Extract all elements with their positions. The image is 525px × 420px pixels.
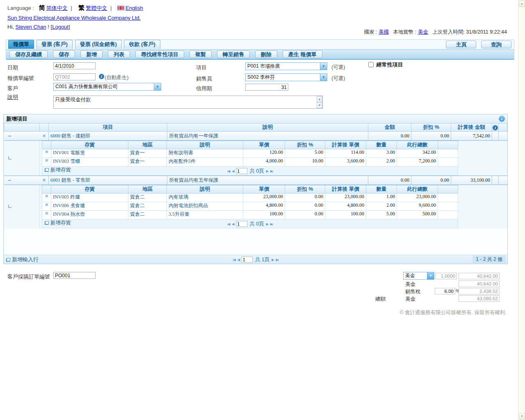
new-button[interactable]: 新增 xyxy=(80,50,103,58)
stock-price[interactable]: 120.00 xyxy=(243,149,285,158)
stock-price[interactable]: 4,000.00 xyxy=(243,158,285,167)
first-page-icon[interactable]: |◀ xyxy=(233,258,235,261)
first-page-icon[interactable]: |◀ xyxy=(227,222,230,226)
stock-desc[interactable]: 內附電池折扣商品 xyxy=(167,202,243,211)
delete-group-icon[interactable]: ✕ xyxy=(40,178,49,183)
page-input[interactable] xyxy=(242,256,253,262)
generate-quote-button[interactable]: 產生 報價單 xyxy=(283,50,322,58)
to-sales-button[interactable]: 轉至銷售 xyxy=(217,50,250,58)
user-link[interactable]: Steven Chan xyxy=(16,24,46,30)
description-link[interactable]: 說明 xyxy=(7,94,18,101)
next-page-icon[interactable]: ▶ xyxy=(266,222,268,226)
scroll-down-icon[interactable]: ▼ xyxy=(519,413,525,420)
stock-discount[interactable]: 0.00 xyxy=(285,202,325,211)
stock-discount[interactable]: 5.00 xyxy=(285,149,325,158)
lang-simplified-link[interactable]: 简体中文 xyxy=(46,5,68,11)
stock-code[interactable]: INV003 雪櫃 xyxy=(51,158,128,167)
save-continue-button[interactable]: 儲存及繼續 xyxy=(9,50,48,58)
stock-area[interactable]: 貨倉二 xyxy=(128,202,167,211)
chevron-down-icon[interactable]: ▼ xyxy=(427,272,434,279)
stock-discount[interactable]: 10.00 xyxy=(285,158,325,167)
lang-traditional-link[interactable]: 繁體中文 xyxy=(86,5,107,11)
last-page-icon[interactable]: ▶| xyxy=(270,222,273,226)
page-input[interactable] xyxy=(236,168,247,174)
scroll-up-icon[interactable]: ▲ xyxy=(519,0,525,7)
customer-select[interactable]: C001 高力快餐集團有限公司 ▼ xyxy=(53,83,161,91)
page-input[interactable] xyxy=(236,221,247,227)
stock-price[interactable]: 100.00 xyxy=(243,211,285,219)
collapse-group-icon[interactable]: − xyxy=(4,133,11,139)
add-stock-link[interactable]: 新增存貨 xyxy=(42,167,71,173)
tab-receipt-customer[interactable]: 收款 (客戶) xyxy=(124,40,160,49)
tab-quotation[interactable]: 報價單 xyxy=(8,40,34,49)
stock-code[interactable]: INV001 電飯煲 xyxy=(51,149,128,158)
stock-desc[interactable]: 內有配件5件 xyxy=(167,158,243,167)
recurring-checkbox[interactable] xyxy=(368,62,374,67)
stock-desc[interactable]: 附有說明書 xyxy=(167,149,243,158)
po-input[interactable] xyxy=(53,272,96,279)
group-desc[interactable]: 所有貨品均有五年保護 xyxy=(167,176,368,185)
last-page-icon[interactable]: ▶| xyxy=(276,258,278,261)
stock-code[interactable]: INV005 炸爐 xyxy=(51,194,128,202)
delete-stock-icon[interactable]: ✕ xyxy=(42,202,51,208)
company-link[interactable]: Sun Shing Electrical Appliance Wholesale… xyxy=(7,15,141,21)
prev-page-icon[interactable]: ◀ xyxy=(232,169,234,173)
tab-invoice-customer[interactable]: 發票 (客戶) xyxy=(37,40,73,49)
lang-english-link[interactable]: English xyxy=(126,5,143,11)
group-desc[interactable]: 所有貨品均有一年保護 xyxy=(167,132,368,141)
stock-qty[interactable]: 2.00 xyxy=(366,158,397,167)
query-button[interactable]: 查詢 xyxy=(481,41,511,48)
collapse-panel-icon[interactable]: ▲ xyxy=(499,116,505,122)
prev-page-icon[interactable]: ◀ xyxy=(232,222,234,226)
last-page-icon[interactable]: ▶| xyxy=(270,169,273,173)
delete-group-icon[interactable]: ✕ xyxy=(40,133,49,139)
delete-stock-icon[interactable]: ✕ xyxy=(42,194,51,199)
group-item[interactable]: 6000 銷售 - 速銷部 xyxy=(49,132,167,141)
add-entry-row-link[interactable]: 新增輸入行 xyxy=(4,256,39,263)
home-button[interactable]: 主頁 xyxy=(446,41,476,48)
stock-price[interactable]: 4,800.00 xyxy=(243,202,285,211)
stock-price[interactable]: 23,000.00 xyxy=(243,194,285,202)
sales-tax-rate-input[interactable] xyxy=(435,288,455,294)
stock-discount[interactable]: 0.00 xyxy=(285,194,325,202)
save-button[interactable]: 儲存 xyxy=(53,50,75,58)
stock-area[interactable]: 貨倉一 xyxy=(128,149,167,158)
credit-input[interactable] xyxy=(245,84,288,91)
delete-stock-icon[interactable]: ✕ xyxy=(42,211,51,216)
find-recurring-button[interactable]: 尋找經常性項目 xyxy=(135,50,184,58)
list-button[interactable]: 列表 xyxy=(108,50,130,58)
local-currency-link[interactable]: 美金 xyxy=(418,29,428,35)
chevron-down-icon[interactable]: ▼ xyxy=(320,74,327,81)
textarea-scrollbar[interactable]: ▲▼ xyxy=(317,96,322,108)
stock-desc[interactable]: 3.5升容量 xyxy=(167,211,243,219)
stock-code[interactable]: INV006 煮食爐 xyxy=(51,202,128,211)
next-page-icon[interactable]: ▶ xyxy=(266,169,268,173)
description-textarea[interactable]: 只接受現金付款 xyxy=(54,96,316,108)
stock-qty[interactable]: 1.00 xyxy=(366,194,397,202)
scroll-up-icon[interactable]: ▲ xyxy=(317,96,322,102)
vertical-scrollbar[interactable]: ▲ ▼ xyxy=(518,0,525,420)
logout-link[interactable]: Logout xyxy=(52,24,68,30)
add-stock-link[interactable]: 新增存貨 xyxy=(42,220,71,226)
copy-button[interactable]: 複製 xyxy=(189,50,212,58)
stock-area[interactable]: 貨倉一 xyxy=(128,158,167,167)
salesman-select[interactable]: S002 李梓芬 ▼ xyxy=(245,73,327,81)
stock-discount[interactable]: 0.00 xyxy=(285,211,325,219)
stock-qty[interactable]: 2.00 xyxy=(366,202,397,211)
collapse-group-icon[interactable]: − xyxy=(4,177,11,183)
project-select[interactable]: P001 市場推廣 ▼ xyxy=(245,62,327,70)
group-item[interactable]: 6001 銷售 - 零售部 xyxy=(49,176,167,185)
first-page-icon[interactable]: |◀ xyxy=(227,169,230,173)
next-page-icon[interactable]: ▶ xyxy=(272,258,274,261)
date-input[interactable] xyxy=(53,62,96,69)
prev-page-icon[interactable]: ◀ xyxy=(237,258,240,261)
stock-qty[interactable]: 5.00 xyxy=(366,211,397,219)
chevron-down-icon[interactable]: ▼ xyxy=(320,63,327,70)
stock-area[interactable]: 貨倉二 xyxy=(128,211,167,219)
stock-qty[interactable]: 3.00 xyxy=(366,149,397,158)
stock-code[interactable]: INV004 熱水壺 xyxy=(51,211,128,219)
delete-button[interactable]: 刪除 xyxy=(255,50,277,58)
currency-select[interactable]: 美金 ▼ xyxy=(403,272,434,280)
chevron-down-icon[interactable]: ▼ xyxy=(154,83,161,90)
stock-desc[interactable]: 內有玻璃 xyxy=(167,194,243,202)
